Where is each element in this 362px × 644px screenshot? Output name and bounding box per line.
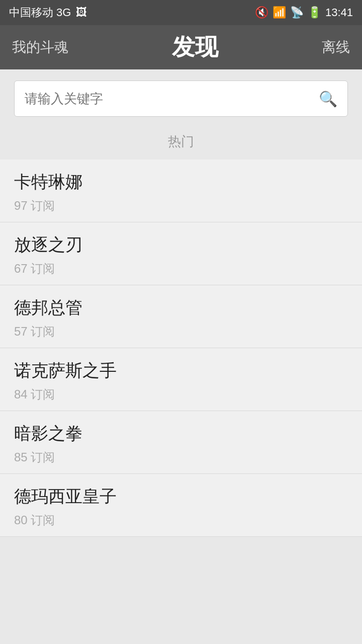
item-title: 德邦总管 [14,296,348,319]
section-header: 热门 [0,128,362,159]
item-title: 放逐之刃 [14,233,348,257]
nav-bar: 我的斗魂 发现 离线 [0,25,362,69]
battery-icon: 🔋 [308,6,321,19]
item-title: 德玛西亚皇子 [14,485,348,508]
search-icon: 🔍 [319,90,337,108]
item-sub: 67 订阅 [14,261,348,277]
nav-title: 发现 [172,32,218,63]
item-title: 卡特琳娜 [14,171,348,194]
item-sub: 97 订阅 [14,198,348,214]
time-label: 13:41 [325,6,353,19]
list-item[interactable]: 德邦总管 57 订阅 [0,285,362,348]
search-input[interactable] [25,91,319,107]
image-icon: 🖼 [76,6,87,19]
mute-icon: 🔇 [255,6,268,19]
item-sub: 84 订阅 [14,386,348,403]
item-title: 诺克萨斯之手 [14,359,348,382]
signal-icon: 📡 [290,6,304,19]
nav-left-button[interactable]: 我的斗魂 [12,38,68,57]
carrier-label: 中国移动 3G [9,5,71,20]
status-left: 中国移动 3G 🖼 [9,5,87,20]
search-box[interactable]: 🔍 [14,80,348,117]
search-container: 🔍 [0,69,362,128]
list-item[interactable]: 放逐之刃 67 订阅 [0,222,362,285]
status-right: 🔇 📶 📡 🔋 13:41 [255,6,353,19]
list-item[interactable]: 德玛西亚皇子 80 订阅 [0,474,362,537]
status-bar: 中国移动 3G 🖼 🔇 📶 📡 🔋 13:41 [0,0,362,25]
list-item[interactable]: 卡特琳娜 97 订阅 [0,159,362,222]
nav-right-button[interactable]: 离线 [322,38,350,57]
item-title: 暗影之拳 [14,422,348,445]
item-sub: 85 订阅 [14,449,348,465]
list-item[interactable]: 暗影之拳 85 订阅 [0,411,362,474]
item-sub: 57 订阅 [14,324,348,340]
item-sub: 80 订阅 [14,512,348,528]
item-list: 卡特琳娜 97 订阅 放逐之刃 67 订阅 德邦总管 57 订阅 诺克萨斯之手 … [0,159,362,537]
list-item[interactable]: 诺克萨斯之手 84 订阅 [0,348,362,411]
wifi-icon: 📶 [273,6,286,19]
